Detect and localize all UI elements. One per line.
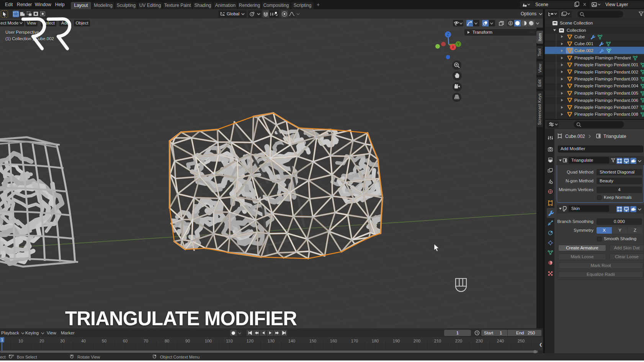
- svg-text:X: X: [452, 45, 454, 49]
- svg-text:Z: Z: [447, 33, 449, 37]
- svg-text:Y: Y: [457, 42, 460, 46]
